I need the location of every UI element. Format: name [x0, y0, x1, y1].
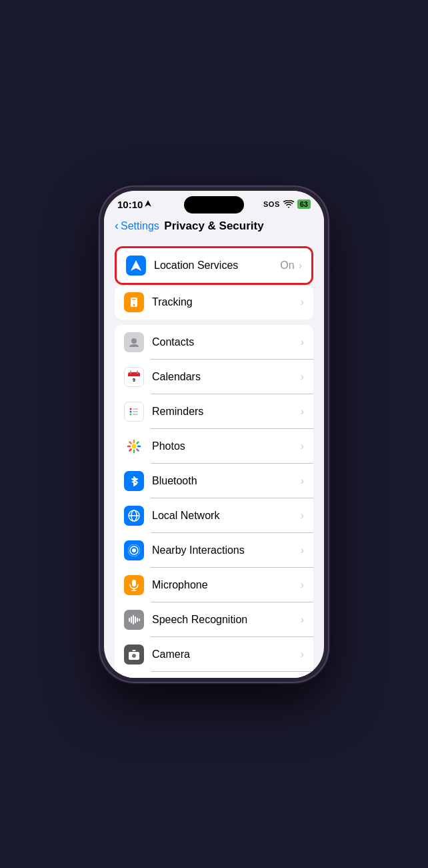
svg-line-23	[137, 442, 138, 443]
svg-point-3	[131, 338, 137, 344]
location-services-chevron: ›	[299, 260, 302, 272]
calendars-icon: 9	[124, 367, 144, 387]
svg-point-16	[132, 444, 137, 448]
bluetooth-label: Bluetooth	[152, 475, 301, 487]
contacts-row[interactable]: Contacts ›	[115, 325, 313, 360]
nearby-interactions-chevron: ›	[301, 544, 304, 556]
local-network-chevron: ›	[301, 510, 304, 522]
svg-rect-36	[133, 615, 134, 624]
speech-recognition-row[interactable]: Speech Recognition ›	[115, 602, 313, 637]
sos-label: SOS	[263, 200, 280, 208]
camera-icon	[124, 644, 144, 665]
calendars-svg: 9	[127, 370, 141, 384]
microphone-chevron: ›	[301, 579, 304, 591]
location-services-label: Location Services	[154, 260, 280, 272]
bluetooth-row[interactable]: Bluetooth ›	[115, 464, 313, 498]
main-settings-group: Contacts › 9 Ca	[115, 325, 313, 678]
local-network-icon	[124, 506, 144, 526]
contacts-svg	[128, 336, 140, 348]
contacts-label: Contacts	[152, 336, 301, 348]
photos-icon	[124, 436, 144, 456]
speech-recognition-chevron: ›	[301, 614, 304, 626]
page-title: Privacy & Security	[164, 220, 263, 233]
reminders-row[interactable]: Reminders ›	[115, 394, 313, 429]
svg-rect-31	[132, 580, 136, 586]
tracking-svg	[128, 296, 140, 308]
svg-rect-14	[133, 411, 138, 412]
bluetooth-icon	[124, 471, 144, 491]
svg-rect-13	[133, 408, 138, 410]
reminders-chevron: ›	[301, 406, 304, 418]
status-time: 10:10	[117, 199, 151, 210]
nearby-interactions-icon	[124, 540, 144, 560]
content-area: Location Services On › T	[104, 240, 324, 678]
tracking-row[interactable]: Tracking ›	[115, 285, 313, 320]
dynamic-island	[184, 196, 244, 213]
contacts-chevron: ›	[301, 336, 304, 348]
tracking-group: Tracking ›	[115, 285, 313, 320]
svg-rect-34	[129, 618, 130, 622]
calendars-row[interactable]: 9 Calendars ›	[115, 360, 313, 394]
tracking-chevron: ›	[301, 296, 304, 308]
svg-rect-38	[137, 618, 138, 622]
reminders-icon	[124, 402, 144, 422]
arrow-icon	[130, 260, 142, 272]
speech-svg	[128, 614, 140, 625]
microphone-icon	[124, 575, 144, 595]
svg-line-24	[130, 449, 131, 450]
location-services-value: On	[280, 260, 294, 272]
phone-screen: 10:10 SOS 63	[104, 191, 324, 678]
camera-svg	[128, 649, 140, 660]
phone-frame: 10:10 SOS 63	[100, 187, 328, 682]
wifi-icon	[283, 200, 294, 208]
contacts-icon	[124, 332, 144, 352]
tracking-label: Tracking	[152, 296, 301, 308]
photos-svg	[127, 439, 141, 454]
photos-row[interactable]: Photos ›	[115, 429, 313, 464]
battery-level: 63	[300, 200, 308, 208]
svg-rect-35	[131, 616, 132, 623]
microphone-svg	[129, 579, 139, 591]
svg-rect-39	[139, 618, 140, 621]
back-label: Settings	[121, 220, 159, 232]
svg-point-42	[133, 655, 135, 657]
nearby-svg	[128, 544, 140, 556]
svg-point-28	[132, 548, 136, 552]
time-display: 10:10	[117, 199, 143, 210]
svg-point-10	[130, 408, 132, 410]
location-services-icon	[126, 256, 146, 276]
svg-rect-15	[133, 414, 138, 415]
bluetooth-chevron: ›	[301, 475, 304, 487]
location-services-highlighted[interactable]: Location Services On ›	[115, 246, 313, 285]
microphone-row[interactable]: Microphone ›	[115, 568, 313, 602]
calendars-chevron: ›	[301, 371, 304, 383]
reminders-label: Reminders	[152, 406, 301, 418]
photos-chevron: ›	[301, 440, 304, 452]
bluetooth-svg	[129, 475, 139, 487]
back-chevron-icon: ‹	[115, 219, 119, 233]
nearby-interactions-label: Nearby Interactions	[152, 544, 301, 556]
svg-rect-2	[132, 299, 136, 300]
location-arrow-icon	[145, 200, 151, 208]
svg-text:9: 9	[133, 378, 135, 382]
speech-recognition-icon	[124, 610, 144, 630]
nearby-interactions-row[interactable]: Nearby Interactions ›	[115, 533, 313, 568]
camera-label: Camera	[152, 648, 301, 661]
status-bar: 10:10 SOS 63	[104, 191, 324, 214]
svg-line-21	[130, 442, 131, 443]
back-button[interactable]: ‹ Settings	[115, 219, 159, 233]
speech-recognition-label: Speech Recognition	[152, 614, 301, 626]
local-network-row[interactable]: Local Network ›	[115, 498, 313, 533]
svg-line-22	[137, 449, 138, 450]
svg-point-1	[133, 304, 135, 306]
camera-row[interactable]: Camera ›	[115, 637, 313, 672]
location-services-row[interactable]: Location Services On ›	[117, 248, 311, 283]
svg-rect-37	[135, 616, 136, 623]
status-icons: SOS 63	[263, 199, 311, 209]
health-row[interactable]: Health ›	[115, 672, 313, 678]
svg-rect-6	[128, 375, 140, 376]
microphone-label: Microphone	[152, 579, 301, 591]
calendars-label: Calendars	[152, 371, 301, 383]
camera-chevron: ›	[301, 648, 304, 661]
reminders-svg	[128, 406, 140, 418]
